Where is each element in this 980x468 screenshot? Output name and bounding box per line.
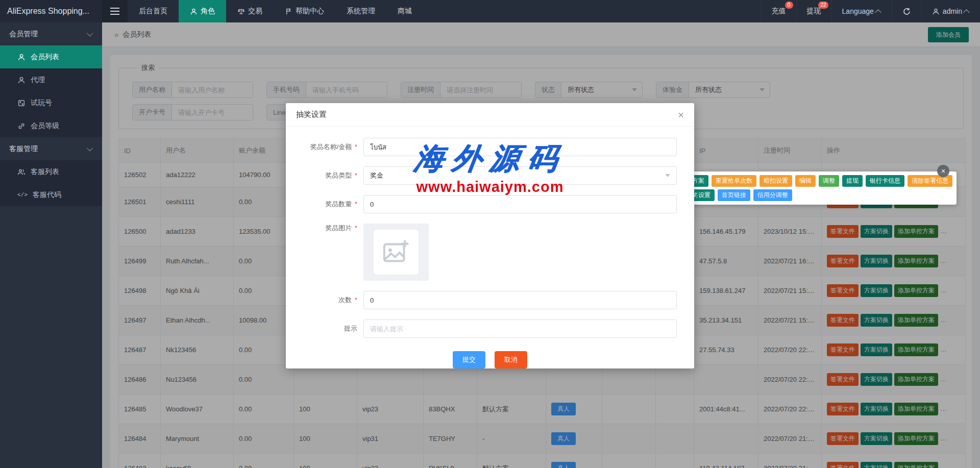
recharge-menu-item[interactable]: 充值 0 [761,0,796,22]
sidebar-item[interactable]: 试玩号 [0,91,102,114]
top-navbar: AliExpress Shopping... 后台首页角色交易帮助中心系统管理商… [0,0,980,22]
chevron-up-icon [875,9,881,16]
modal-field-control [363,224,677,281]
panel-close-button[interactable]: × [937,165,949,177]
recharge-badge: 0 [785,2,793,9]
admin-user-dropdown[interactable]: admin [921,0,980,22]
chevron-down-icon [87,145,93,152]
modal-field-label: 次数 * [298,295,363,305]
modal-title: 抽奖设置 [296,110,327,119]
withdraw-badge: 22 [818,2,828,9]
nav-item-2[interactable]: 角色 [179,0,226,22]
modal-field-row: 奖品名称/金额 * [298,138,677,156]
sidebar-item-label: 客服列表 [31,167,59,177]
game-icon [17,99,26,107]
modal-body: 奖品名称/金额 *奖品类型 *奖金奖品数量 *奖品图片 *次数 *提示 [286,127,694,338]
panel-action-button[interactable]: 提现 [842,175,863,187]
sidebar-group-1[interactable]: 会员管理 [0,22,102,45]
modal-field-control [363,195,677,213]
row-actions-panel: × 方案重置抢单次数暗扣设置编辑调整提现银行卡信息清除签署信息 奖设置首页链接信… [684,171,957,205]
panel-action-button[interactable]: 首页链接 [718,189,750,201]
code-icon: </> [17,192,28,198]
modal-text-input[interactable] [363,319,677,338]
language-dropdown[interactable]: Language [831,0,892,22]
lottery-settings-modal: 抽奖设置 × 奖品名称/金额 *奖品类型 *奖金奖品数量 *奖品图片 *次数 *… [286,103,694,368]
sidebar-item-label: 会员列表 [31,53,59,62]
required-asterisk: * [355,143,357,151]
sidebar-toggle-button[interactable] [102,0,128,22]
nav-item-label: 帮助中心 [296,7,324,16]
modal-field-label: 奖品名称/金额 * [298,142,363,152]
modal-field-control [363,291,677,309]
select-value: 奖金 [370,171,383,180]
modal-close-icon[interactable]: × [678,110,684,120]
sidebar-item-label: 试玩号 [31,98,52,108]
prize-type-select[interactable]: 奖金 [363,166,677,185]
modal-text-input[interactable] [363,291,677,309]
sidebar-item[interactable]: 会员等级 [0,114,102,137]
modal-field-row: 奖品图片 * [298,224,677,281]
panel-action-button[interactable]: 编辑 [795,175,816,187]
modal-header: 抽奖设置 × [286,103,694,127]
submit-button[interactable]: 提交 [453,351,485,368]
modal-text-input[interactable] [363,138,677,156]
upload-placeholder [374,230,419,275]
sidebar-submenu: 会员列表代理试玩号会员等级 [0,45,102,137]
person-icon [17,76,26,84]
sidebar-group-label: 会员管理 [9,30,38,39]
modal-field-control [363,319,677,338]
modal-field-label: 奖品数量 * [298,200,363,209]
panel-action-button[interactable]: 调整 [819,175,839,187]
sidebar-submenu: 客服列表</>客服代码 [0,160,102,206]
person-icon [190,8,198,15]
hamburger-icon [110,8,119,15]
modal-field-row: 次数 * [298,291,677,309]
nav-menu: 后台首页角色交易帮助中心系统管理商城 [128,0,423,22]
modal-field-control [363,138,677,156]
panel-action-button[interactable]: 暗扣设置 [760,175,792,187]
required-asterisk: * [355,171,357,179]
nav-item-label: 交易 [248,7,262,16]
sidebar-item-label: 客服代码 [33,190,61,200]
sidebar-group-label: 客服管理 [9,144,38,154]
panel-action-button[interactable]: 银行卡信息 [866,175,904,187]
sidebar-item-label: 代理 [31,76,45,85]
refresh-button[interactable] [892,0,921,22]
sidebar-item[interactable]: 代理 [0,68,102,91]
sidebar-item-label: 会员等级 [31,121,59,131]
sidebar-item[interactable]: 会员列表 [0,45,102,68]
scales-icon [237,8,245,15]
nav-item-6[interactable]: 商城 [386,0,423,22]
cancel-button[interactable]: 取消 [495,351,527,368]
modal-text-input[interactable] [363,195,677,213]
nav-item-3[interactable]: 交易 [226,0,274,22]
nav-item-label: 商城 [398,7,412,16]
modal-field-label: 奖品图片 * [298,224,363,233]
nav-item-label: 系统管理 [347,7,375,16]
withdraw-label: 提现 [807,7,821,16]
sidebar: 会员管理会员列表代理试玩号会员等级客服管理客服列表</>客服代码 [0,22,102,468]
modal-field-row: 提示 [298,319,677,338]
modal-field-label: 提示 [298,324,363,333]
nav-item-1[interactable]: 后台首页 [128,0,179,22]
required-asterisk: * [355,200,357,208]
image-plus-icon [380,236,412,268]
sidebar-item[interactable]: </>客服代码 [0,183,102,206]
nav-right: 充值 0 提现 22 Language admin [761,0,980,22]
nav-item-5[interactable]: 系统管理 [335,0,386,22]
sidebar-group-2[interactable]: 客服管理 [0,137,102,160]
refresh-icon [902,7,911,16]
required-asterisk: * [355,296,357,304]
prize-image-upload[interactable] [363,224,429,281]
modal-footer: 提交 取消 [286,351,694,368]
sidebar-item[interactable]: 客服列表 [0,160,102,183]
withdraw-menu-item[interactable]: 提现 22 [796,0,831,22]
panel-action-button[interactable]: 重置抢单次数 [712,175,756,187]
nav-item-4[interactable]: 帮助中心 [274,0,335,22]
chevron-down-icon [87,30,93,37]
panel-action-button[interactable]: 清除签署信息 [908,175,952,187]
panel-action-button[interactable]: 信用分调整 [753,189,792,201]
link-icon [17,122,26,130]
modal-field-label: 奖品类型 * [298,171,363,180]
language-label: Language [842,7,874,15]
